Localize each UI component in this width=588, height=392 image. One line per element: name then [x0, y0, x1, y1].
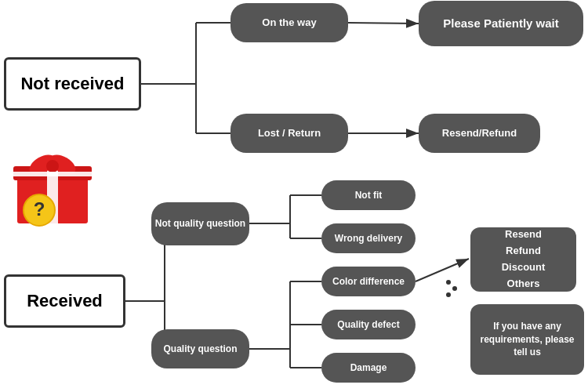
received-box: Received — [4, 274, 125, 328]
quality-question-box: Quality question — [151, 329, 249, 368]
color-difference-box: Color difference — [321, 267, 416, 296]
resend-options-box: Resend Refund Discount Others — [470, 227, 576, 292]
gift-icon-area: ? — [9, 141, 96, 227]
wrong-delivery-box: Wrong delivery — [321, 223, 416, 253]
svg-point-22 — [452, 286, 457, 291]
requirements-text: If you have any requirements, please tel… — [477, 320, 578, 359]
svg-point-21 — [446, 280, 451, 285]
resend-refund-top-box: Resend/Refund — [419, 114, 540, 153]
svg-rect-31 — [13, 172, 92, 176]
please-wait-box: Please Patiently wait — [419, 1, 583, 46]
svg-point-30 — [46, 160, 59, 172]
resend-options-text: Resend Refund Discount Others — [502, 227, 546, 292]
not-fit-box: Not fit — [321, 180, 416, 210]
on-the-way-box: On the way — [230, 3, 348, 42]
damage-box: Damage — [321, 353, 416, 383]
gift-svg: ? — [9, 141, 96, 227]
svg-line-5 — [348, 23, 419, 24]
svg-point-23 — [446, 292, 451, 297]
not-quality-box: Not quality question — [151, 202, 249, 245]
lost-return-box: Lost / Return — [230, 114, 348, 153]
diagram: Not received On the way Please Patiently… — [0, 0, 588, 392]
svg-line-20 — [416, 259, 469, 281]
not-received-box: Not received — [4, 57, 141, 111]
requirements-box: If you have any requirements, please tel… — [470, 304, 584, 375]
svg-text:?: ? — [34, 198, 45, 220]
quality-defect-box: Quality defect — [321, 310, 416, 339]
